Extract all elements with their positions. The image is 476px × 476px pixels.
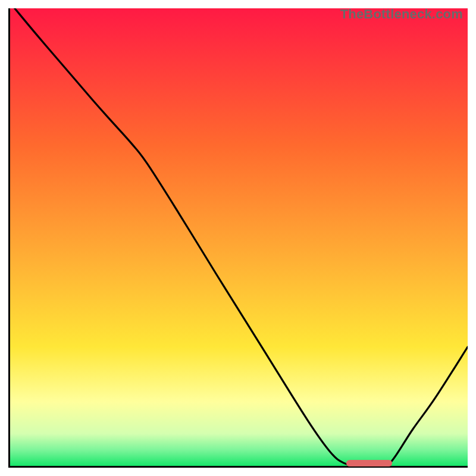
bottleneck-curve: [10, 8, 468, 466]
watermark-text: TheBottleneck.com: [340, 7, 463, 22]
optimal-range-marker: [346, 460, 392, 466]
bottleneck-chart: TheBottleneck.com: [0, 0, 476, 476]
plot-area: TheBottleneck.com: [8, 8, 468, 468]
